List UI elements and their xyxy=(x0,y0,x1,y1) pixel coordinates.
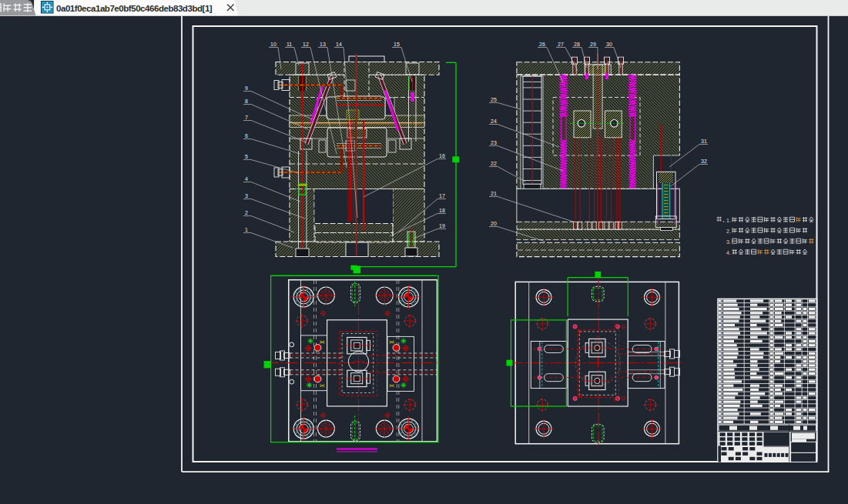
svg-text:3.: 3. xyxy=(726,239,731,245)
svg-text:3: 3 xyxy=(245,193,248,199)
svg-text:10: 10 xyxy=(270,42,277,47)
svg-text:2.: 2. xyxy=(726,229,731,234)
svg-text:25: 25 xyxy=(491,97,497,102)
svg-text:12: 12 xyxy=(303,42,309,47)
svg-text:2: 2 xyxy=(245,210,248,215)
svg-text:15: 15 xyxy=(394,42,400,47)
svg-text:23: 23 xyxy=(491,140,497,145)
svg-text:27: 27 xyxy=(558,42,564,47)
svg-text:21: 21 xyxy=(491,191,497,196)
svg-text:20: 20 xyxy=(491,221,497,226)
svg-text:14: 14 xyxy=(336,42,342,47)
svg-text:5: 5 xyxy=(245,154,248,159)
svg-text:6: 6 xyxy=(245,133,248,139)
svg-text:4.: 4. xyxy=(726,250,731,255)
svg-text:24: 24 xyxy=(491,118,497,124)
svg-text:7: 7 xyxy=(245,115,248,120)
svg-text:19: 19 xyxy=(439,223,445,229)
svg-text:28: 28 xyxy=(574,42,580,47)
svg-text:26: 26 xyxy=(539,42,545,47)
svg-text:9: 9 xyxy=(245,85,248,91)
svg-text:31: 31 xyxy=(701,139,707,144)
svg-text:1: 1 xyxy=(245,227,248,232)
svg-text:32: 32 xyxy=(701,159,707,164)
svg-text:0a01f0eca1ab7e0bf50c466deb83d3: 0a01f0eca1ab7e0bf50c466deb83d3bd[1] xyxy=(56,4,213,13)
svg-text:29: 29 xyxy=(590,42,596,47)
svg-text:13: 13 xyxy=(320,42,326,47)
svg-text:16: 16 xyxy=(439,153,445,159)
svg-text:18: 18 xyxy=(439,208,445,213)
svg-text:11: 11 xyxy=(287,42,292,47)
svg-text:4: 4 xyxy=(245,176,248,182)
svg-text:17: 17 xyxy=(439,193,445,199)
svg-text:8: 8 xyxy=(245,98,248,104)
svg-text:22: 22 xyxy=(491,161,497,166)
svg-text:30: 30 xyxy=(606,42,612,47)
svg-text:1.: 1. xyxy=(726,218,731,223)
